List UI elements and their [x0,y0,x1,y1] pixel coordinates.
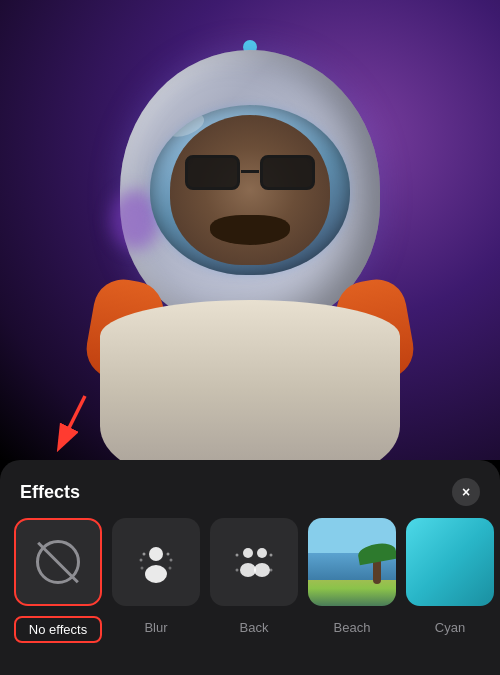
astronaut-figure [80,40,420,460]
effect-thumb-blur2[interactable] [210,518,298,606]
effect-thumb-cyan[interactable] [406,518,494,606]
svg-point-9 [169,567,172,570]
svg-point-12 [257,548,267,558]
glasses [185,155,315,190]
glasses-bridge [241,170,259,173]
svg-point-17 [270,569,273,572]
effect-label-blur[interactable]: Blur [112,616,200,643]
close-button[interactable]: × [452,478,480,506]
effects-thumbnail-row [0,518,500,606]
svg-point-16 [236,569,239,572]
glasses-left-lens [185,155,240,190]
effect-label-beach[interactable]: Beach [308,616,396,643]
camera-preview [0,0,500,460]
astronaut-helmet [120,50,380,330]
blur2-icon [210,518,298,606]
svg-point-13 [254,563,270,577]
glasses-right-lens [260,155,315,190]
svg-point-15 [270,554,273,557]
effect-thumb-blur[interactable] [112,518,200,606]
face [170,115,330,265]
effect-thumb-no-effects[interactable] [14,518,102,606]
palm-icon [373,549,381,584]
svg-point-10 [243,548,253,558]
effect-label-no-effects[interactable]: No effects [14,616,102,643]
effects-label-row: No effects Blur Back Beach Cyan [0,606,500,643]
no-effect-icon [36,540,80,584]
svg-point-14 [236,554,239,557]
effects-title: Effects [20,482,80,503]
svg-point-11 [240,563,256,577]
svg-point-8 [141,567,144,570]
effect-thumb-beach[interactable] [308,518,396,606]
svg-point-5 [140,559,143,562]
blur-icon [112,518,200,606]
svg-point-3 [145,565,167,583]
effects-header: Effects × [0,460,500,518]
effect-label-back[interactable]: Back [210,616,298,643]
helmet-visor [150,105,350,275]
effects-panel: Effects × [0,460,500,675]
beard [210,215,290,245]
svg-point-7 [170,559,173,562]
svg-point-2 [149,547,163,561]
svg-point-4 [143,553,146,556]
svg-point-6 [167,553,170,556]
suit-body [100,300,400,460]
effect-label-cyan[interactable]: Cyan [406,616,494,643]
